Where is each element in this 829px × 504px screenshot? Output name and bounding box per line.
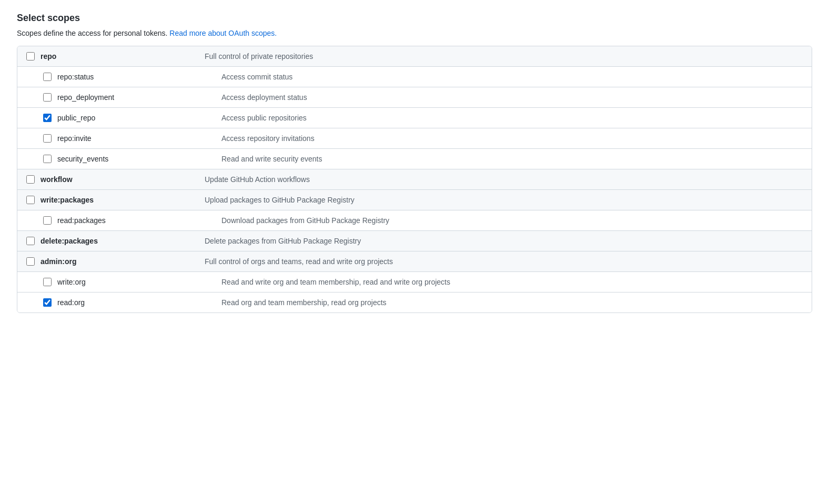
checkbox-wrapper-repo_invite [43, 134, 52, 143]
checkbox-repo_status[interactable] [43, 73, 52, 81]
scope-label-repo_status: repo:status [57, 73, 94, 81]
checkbox-wrapper-delete_packages [26, 236, 35, 246]
scope-desc-workflow: Update GitHub Action workflows [205, 175, 803, 184]
scope-label-repo_deployment: repo_deployment [57, 93, 114, 102]
scope-label-write_packages: write:packages [41, 196, 94, 204]
checkbox-write_packages[interactable] [26, 196, 35, 204]
scope-row-workflow: workflowUpdate GitHub Action workflows [17, 169, 812, 190]
scope-name-col-repo: repo [26, 52, 205, 61]
checkbox-security_events[interactable] [43, 155, 52, 163]
scope-desc-write_packages: Upload packages to GitHub Package Regist… [205, 196, 803, 204]
checkbox-wrapper-read_org [43, 298, 52, 307]
scope-desc-repo_status: Access commit status [221, 73, 803, 81]
page-container: Select scopes Scopes define the access f… [17, 13, 812, 313]
scope-desc-security_events: Read and write security events [221, 155, 803, 163]
scope-row-repo: repoFull control of private repositories [17, 46, 812, 67]
scope-row-delete_packages: delete:packagesDelete packages from GitH… [17, 231, 812, 251]
checkbox-read_packages[interactable] [43, 216, 52, 225]
scope-row-repo_invite: repo:inviteAccess repository invitations [17, 128, 812, 149]
scope-name-col-write_packages: write:packages [26, 195, 205, 205]
scope-label-workflow: workflow [41, 175, 73, 184]
scope-label-read_packages: read:packages [57, 216, 106, 225]
scope-name-col-repo_invite: repo:invite [43, 134, 221, 143]
checkbox-repo[interactable] [26, 52, 35, 61]
checkbox-delete_packages[interactable] [26, 237, 35, 245]
scope-desc-admin_org: Full control of orgs and teams, read and… [205, 257, 803, 266]
checkbox-wrapper-security_events [43, 154, 52, 164]
scope-label-public_repo: public_repo [57, 114, 95, 122]
scope-desc-repo_deployment: Access deployment status [221, 93, 803, 102]
scope-desc-repo: Full control of private repositories [205, 52, 803, 61]
scope-name-col-repo_status: repo:status [43, 72, 221, 82]
checkbox-wrapper-repo_deployment [43, 93, 52, 102]
checkbox-wrapper-public_repo [43, 113, 52, 123]
checkbox-wrapper-write_org [43, 277, 52, 287]
scope-row-public_repo: public_repoAccess public repositories [17, 108, 812, 128]
checkbox-wrapper-workflow [26, 175, 35, 184]
scope-desc-delete_packages: Delete packages from GitHub Package Regi… [205, 237, 803, 245]
scope-name-col-write_org: write:org [43, 277, 221, 287]
description-text: Scopes define the access for personal to… [17, 29, 167, 37]
scope-row-write_packages: write:packagesUpload packages to GitHub … [17, 190, 812, 210]
checkbox-public_repo[interactable] [43, 114, 52, 122]
scope-label-read_org: read:org [57, 298, 85, 307]
checkbox-repo_invite[interactable] [43, 134, 52, 143]
checkbox-wrapper-admin_org [26, 257, 35, 266]
scope-name-col-read_packages: read:packages [43, 216, 221, 225]
page-description: Scopes define the access for personal to… [17, 29, 812, 37]
scope-label-repo_invite: repo:invite [57, 134, 92, 143]
scope-row-repo_deployment: repo_deploymentAccess deployment status [17, 87, 812, 108]
scope-label-delete_packages: delete:packages [41, 237, 98, 245]
scope-row-read_org: read:orgRead org and team membership, re… [17, 293, 812, 313]
scope-desc-repo_invite: Access repository invitations [221, 134, 803, 143]
scope-name-col-security_events: security_events [43, 154, 221, 164]
scope-desc-write_org: Read and write org and team membership, … [221, 278, 803, 286]
checkbox-wrapper-read_packages [43, 216, 52, 225]
scope-label-security_events: security_events [57, 155, 108, 163]
scope-name-col-repo_deployment: repo_deployment [43, 93, 221, 102]
checkbox-workflow[interactable] [26, 175, 35, 184]
scope-desc-read_org: Read org and team membership, read org p… [221, 298, 803, 307]
scope-row-write_org: write:orgRead and write org and team mem… [17, 272, 812, 293]
scope-name-col-workflow: workflow [26, 175, 205, 184]
scope-label-repo: repo [41, 52, 56, 61]
checkbox-read_org[interactable] [43, 298, 52, 307]
scope-row-admin_org: admin:orgFull control of orgs and teams,… [17, 251, 812, 272]
scopes-table: repoFull control of private repositories… [17, 46, 812, 313]
scope-desc-read_packages: Download packages from GitHub Package Re… [221, 216, 803, 225]
oauth-scopes-link[interactable]: Read more about OAuth scopes. [169, 29, 277, 37]
checkbox-write_org[interactable] [43, 278, 52, 286]
scope-row-repo_status: repo:statusAccess commit status [17, 67, 812, 87]
scope-row-security_events: security_eventsRead and write security e… [17, 149, 812, 169]
checkbox-wrapper-repo_status [43, 72, 52, 82]
checkbox-repo_deployment[interactable] [43, 93, 52, 102]
scope-name-col-admin_org: admin:org [26, 257, 205, 266]
scope-label-write_org: write:org [57, 278, 86, 286]
page-title: Select scopes [17, 13, 812, 24]
scope-name-col-read_org: read:org [43, 298, 221, 307]
scope-desc-public_repo: Access public repositories [221, 114, 803, 122]
checkbox-wrapper-write_packages [26, 195, 35, 205]
scope-row-read_packages: read:packagesDownload packages from GitH… [17, 210, 812, 231]
checkbox-wrapper-repo [26, 52, 35, 61]
scope-label-admin_org: admin:org [41, 257, 76, 266]
checkbox-admin_org[interactable] [26, 257, 35, 266]
scope-name-col-delete_packages: delete:packages [26, 236, 205, 246]
scope-name-col-public_repo: public_repo [43, 113, 221, 123]
